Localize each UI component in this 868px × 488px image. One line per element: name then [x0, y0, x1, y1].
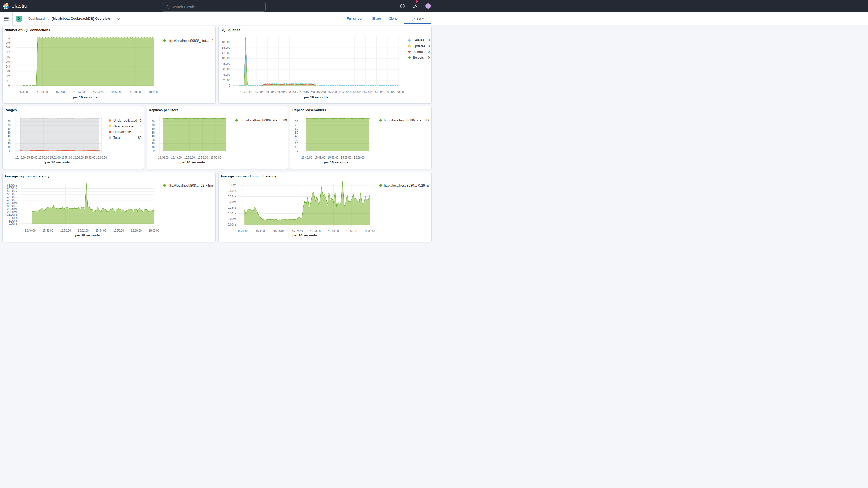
- svg-text:15:46:00: 15:46:00: [15, 156, 26, 159]
- svg-text:5.00ms: 5.00ms: [8, 219, 17, 222]
- svg-text:40: 40: [152, 134, 155, 138]
- svg-text:15:46:00: 15:46:00: [19, 91, 29, 94]
- svg-text:20: 20: [295, 142, 298, 145]
- svg-text:15:50:00: 15:50:00: [38, 156, 49, 159]
- svg-text:Unavailable: Unavailable: [113, 130, 131, 133]
- svg-text:15:48:00: 15:48:00: [27, 156, 37, 159]
- svg-text:60: 60: [295, 127, 298, 130]
- svg-text:http://localhost:8080/_sta...: http://localhost:8080/_sta...: [384, 118, 424, 122]
- svg-text:15:52:00: 15:52:00: [306, 91, 316, 94]
- svg-text:Underreplicated: Underreplicated: [113, 118, 137, 122]
- svg-text:0: 0: [428, 38, 430, 42]
- svg-text:0.9: 0.9: [6, 41, 10, 44]
- svg-text:per 10 seconds: per 10 seconds: [180, 160, 205, 164]
- svg-text:6,000: 6,000: [223, 68, 230, 71]
- svg-text:per 10 seconds: per 10 seconds: [73, 95, 97, 99]
- svg-text:10.00ms: 10.00ms: [7, 216, 18, 219]
- svg-text:60.00ms: 60.00ms: [7, 187, 18, 190]
- svg-text:15:48:00: 15:48:00: [262, 91, 273, 94]
- svg-text:Deletes: Deletes: [413, 38, 424, 42]
- svg-text:15:58:00: 15:58:00: [210, 156, 221, 159]
- svg-text:70: 70: [152, 124, 155, 126]
- svg-text:30: 30: [295, 138, 298, 141]
- svg-text:10: 10: [295, 146, 298, 149]
- svg-text:15:58:00: 15:58:00: [354, 156, 365, 159]
- svg-text:15:52:00: 15:52:00: [50, 156, 60, 159]
- svg-text:15:54:00: 15:54:00: [93, 91, 103, 94]
- svg-text:15:58:00: 15:58:00: [346, 230, 357, 233]
- svg-text:0.35ms: 0.35ms: [228, 184, 237, 187]
- svg-text:0: 0: [140, 130, 142, 133]
- svg-text:0: 0: [140, 118, 142, 122]
- svg-text:89: 89: [283, 118, 287, 122]
- svg-text:15:49:00: 15:49:00: [171, 156, 182, 159]
- svg-text:80: 80: [295, 120, 298, 123]
- svg-text:15:54:00: 15:54:00: [95, 229, 106, 232]
- svg-text:16,000: 16,000: [222, 41, 230, 44]
- svg-text:15:56:00: 15:56:00: [349, 91, 360, 94]
- svg-text:15:57:00: 15:57:00: [360, 91, 371, 94]
- svg-text:15:54:00: 15:54:00: [328, 91, 338, 94]
- svg-text:50.00ms: 50.00ms: [7, 192, 18, 196]
- svg-text:per 10 seconds: per 10 seconds: [75, 233, 100, 237]
- svg-text:15:55:00: 15:55:00: [338, 91, 349, 94]
- svg-text:15:59:00: 15:59:00: [382, 91, 393, 94]
- svg-text:15:55:00: 15:55:00: [197, 156, 208, 159]
- svg-text:30.00ms: 30.00ms: [7, 205, 18, 208]
- svg-text:0.5: 0.5: [6, 60, 10, 63]
- svg-text:15:55:00: 15:55:00: [341, 156, 351, 159]
- svg-text:Inserts: Inserts: [413, 50, 423, 54]
- svg-text:45.00ms: 45.00ms: [7, 196, 18, 199]
- svg-text:15:58:00: 15:58:00: [130, 91, 141, 94]
- svg-text:80: 80: [152, 120, 155, 123]
- svg-text:15:50:00: 15:50:00: [284, 91, 294, 94]
- svg-text:0.2: 0.2: [6, 74, 10, 78]
- svg-text:1: 1: [212, 39, 213, 42]
- svg-text:16:00:00: 16:00:00: [148, 91, 159, 94]
- svg-text:Selects: Selects: [413, 56, 424, 60]
- svg-text:15:49:00: 15:49:00: [314, 156, 325, 159]
- svg-text:15:50:00: 15:50:00: [274, 230, 284, 233]
- svg-text:per 10 seconds: per 10 seconds: [45, 160, 70, 164]
- svg-text:15:46:00: 15:46:00: [25, 229, 35, 232]
- svg-text:40: 40: [7, 134, 11, 138]
- svg-text:0.1: 0.1: [6, 79, 10, 82]
- svg-text:0.10ms: 0.10ms: [228, 212, 237, 215]
- svg-text:0.00ms: 0.00ms: [228, 223, 237, 226]
- svg-text:http://localhost:808...: http://localhost:808...: [167, 183, 198, 187]
- svg-text:15:50:00: 15:50:00: [56, 91, 66, 94]
- svg-text:per 10 seconds: per 10 seconds: [292, 233, 317, 237]
- svg-text:30: 30: [7, 138, 11, 141]
- svg-text:1: 1: [8, 36, 10, 39]
- svg-text:0.4: 0.4: [6, 65, 10, 68]
- svg-text:14,000: 14,000: [222, 46, 230, 49]
- svg-text:65.00ms: 65.00ms: [7, 184, 18, 187]
- svg-text:0: 0: [140, 124, 142, 128]
- svg-text:0.30ms: 0.30ms: [228, 189, 237, 192]
- svg-text:0.26ms: 0.26ms: [418, 183, 429, 187]
- svg-text:25.00ms: 25.00ms: [7, 207, 18, 211]
- svg-text:15:52:00: 15:52:00: [292, 230, 303, 233]
- svg-text:50: 50: [7, 131, 11, 134]
- svg-text:80: 80: [7, 120, 11, 123]
- svg-text:15:48:00: 15:48:00: [37, 91, 48, 94]
- svg-text:2,000: 2,000: [223, 79, 230, 82]
- svg-text:15:58:00: 15:58:00: [131, 229, 142, 232]
- svg-text:15:52:00: 15:52:00: [78, 229, 88, 232]
- svg-text:15:47:00: 15:47:00: [251, 91, 262, 94]
- svg-text:15:46:00: 15:46:00: [238, 230, 248, 233]
- svg-text:20: 20: [152, 142, 155, 145]
- svg-text:16:00:00: 16:00:00: [96, 156, 107, 159]
- svg-text:40: 40: [295, 134, 298, 138]
- svg-text:10: 10: [152, 146, 155, 149]
- svg-text:0.20ms: 0.20ms: [228, 201, 237, 204]
- svg-text:10: 10: [7, 146, 11, 149]
- svg-text:50: 50: [152, 131, 155, 134]
- svg-text:0.00ms: 0.00ms: [8, 222, 17, 225]
- svg-text:per 10 seconds: per 10 seconds: [304, 95, 329, 99]
- svg-text:0: 0: [9, 149, 10, 152]
- svg-text:0: 0: [428, 44, 430, 48]
- svg-text:15:56:00: 15:56:00: [328, 230, 339, 233]
- svg-text:4,000: 4,000: [223, 73, 230, 76]
- svg-text:0: 0: [297, 149, 298, 152]
